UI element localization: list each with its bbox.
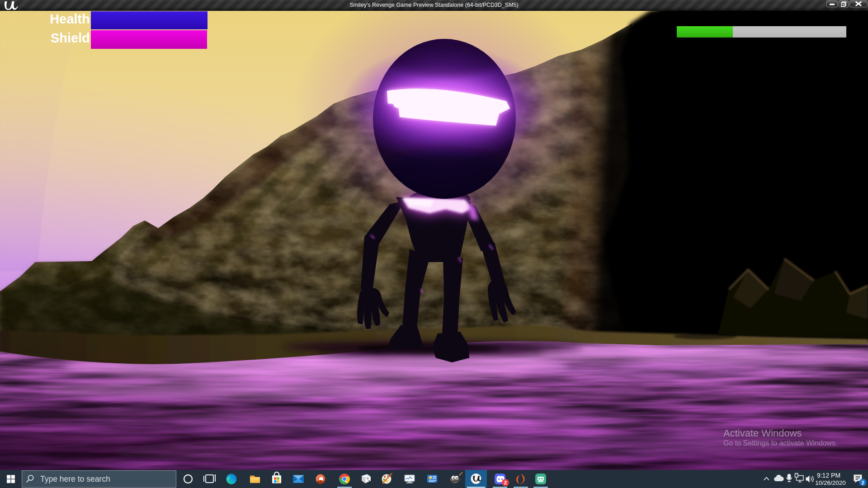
svg-text:2: 2 xyxy=(861,480,864,485)
svg-text:2: 2 xyxy=(504,480,507,485)
